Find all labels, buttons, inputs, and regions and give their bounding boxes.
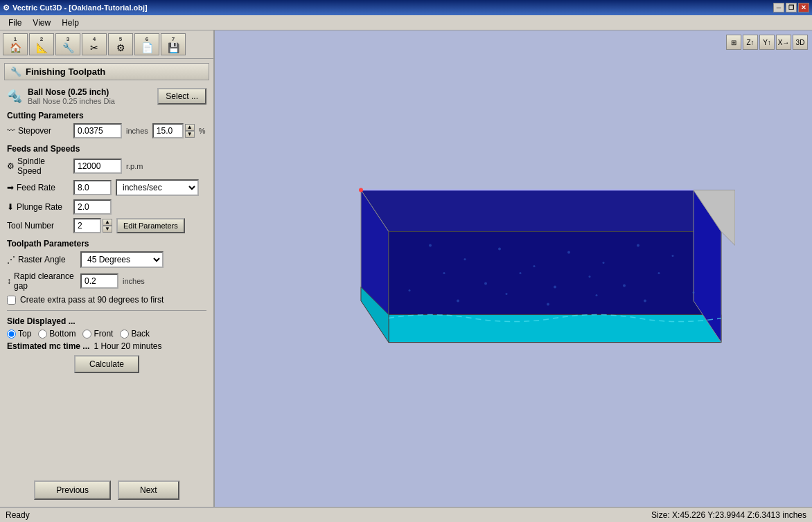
raster-label: Raster Angle — [18, 255, 66, 264]
feed-rate-icon: ➡ — [7, 183, 14, 192]
tool-number-row: Tool Number ▲ ▼ Edit Parameters — [7, 218, 206, 233]
status-right: Size: X:45.226 Y:23.9944 Z:6.3413 inches — [651, 510, 806, 520]
tool-number-down[interactable]: ▼ — [103, 226, 112, 233]
side-bottom-label: Bottom — [49, 329, 76, 339]
svg-point-6 — [429, 244, 432, 247]
rapid-clearance-input[interactable] — [80, 273, 118, 289]
side-front-item: Front — [82, 329, 113, 339]
svg-point-20 — [658, 272, 660, 274]
stepover-percent-input[interactable] — [152, 123, 184, 138]
step-1-btn[interactable]: 1🏠 — [3, 33, 28, 55]
svg-point-15 — [484, 282, 487, 285]
tool-icon: 🔩 — [7, 89, 22, 104]
rapid-clearance-row: ↕ Rapid clearance gap inches — [7, 271, 206, 291]
side-section: Side Displayed ... Top Bottom Front — [7, 316, 206, 373]
svg-point-19 — [623, 285, 626, 287]
calculate-button[interactable]: Calculate — [74, 355, 139, 373]
raster-angle-select[interactable]: 45 Degrees 0 Degrees 90 Degrees — [80, 251, 164, 268]
feed-unit-select[interactable]: inches/sec mm/sec — [116, 179, 199, 196]
view-x-btn[interactable]: X→ — [776, 35, 791, 50]
tool-number-input[interactable] — [73, 218, 101, 233]
app-icon: ⚙ — [3, 3, 10, 12]
title-bar: ⚙ Vectric Cut3D - [Oakland-Tutorial.obj]… — [0, 0, 812, 15]
view-y-btn[interactable]: Y↑ — [759, 35, 775, 50]
svg-point-8 — [498, 248, 501, 251]
stepover-value-input[interactable] — [73, 123, 122, 138]
next-button[interactable]: Next — [118, 480, 179, 500]
plunge-rate-icon: ⬇ — [7, 202, 14, 212]
side-bottom-item: Bottom — [38, 329, 76, 339]
extra-pass-row: Create extra pass at 90 degrees to first — [7, 295, 206, 305]
step-7-btn[interactable]: 7💾 — [161, 33, 186, 55]
raster-icon: ⋰ — [7, 255, 15, 264]
plunge-rate-label: Plunge Rate — [17, 202, 62, 212]
previous-button[interactable]: Previous — [34, 480, 111, 500]
svg-point-18 — [589, 276, 591, 278]
side-back-radio[interactable] — [120, 330, 129, 339]
spindle-speed-input[interactable] — [73, 159, 122, 174]
estimated-label: Estimated mc time ... — [7, 341, 89, 351]
view-3d-btn[interactable]: 3D — [793, 35, 808, 50]
feed-rate-input[interactable] — [73, 180, 112, 195]
svg-point-13 — [672, 255, 674, 257]
stepover-unit: inches — [126, 127, 148, 135]
tool-number-up[interactable]: ▲ — [103, 219, 112, 226]
restore-btn[interactable]: ❐ — [786, 3, 797, 12]
side-top-item: Top — [7, 329, 31, 339]
right-panel: ⊞ Z↑ Y↑ X→ 3D — [215, 30, 812, 507]
feed-rate-row: ➡ Feed Rate inches/sec mm/sec — [7, 179, 206, 196]
spindle-row: ⚙ Spindle Speed r.p.m — [7, 156, 206, 176]
menu-bar: File View Help — [0, 15, 812, 30]
select-tool-button[interactable]: Select ... — [157, 88, 206, 105]
extra-pass-checkbox[interactable] — [7, 296, 16, 305]
view-toolbar: ⊞ Z↑ Y↑ X→ 3D — [726, 35, 808, 50]
svg-point-24 — [547, 303, 549, 306]
nav-buttons: Previous Next — [0, 474, 213, 507]
step-6-btn[interactable]: 6📄 — [134, 33, 159, 55]
side-top-radio[interactable] — [7, 330, 16, 339]
stepover-percent-down[interactable]: ▼ — [185, 131, 195, 138]
svg-point-27 — [693, 291, 695, 294]
spindle-icon: ⚙ — [7, 161, 15, 171]
svg-point-10 — [567, 251, 570, 254]
svg-point-22 — [457, 300, 459, 303]
svg-point-21 — [409, 289, 411, 291]
minimize-btn[interactable]: ─ — [773, 3, 784, 12]
side-front-radio[interactable] — [82, 330, 91, 339]
3d-model-container — [292, 135, 735, 414]
menu-help[interactable]: Help — [56, 17, 85, 29]
section-title: Finishing Toolpath — [26, 66, 105, 77]
close-btn[interactable]: ✕ — [798, 3, 809, 12]
rapid-clearance-icon: ↕ — [7, 276, 11, 286]
side-back-item: Back — [120, 329, 150, 339]
svg-point-11 — [603, 262, 605, 264]
svg-point-17 — [554, 286, 556, 289]
menu-file[interactable]: File — [3, 17, 27, 29]
svg-point-9 — [533, 265, 536, 267]
step-3-btn[interactable]: 3🔧 — [55, 33, 80, 55]
menu-view[interactable]: View — [27, 17, 56, 29]
side-back-label: Back — [131, 329, 150, 339]
view-fit-btn[interactable]: ⊞ — [726, 35, 741, 50]
edit-params-button[interactable]: Edit Parameters — [116, 218, 185, 233]
tool-name: Ball Nose (0.25 inch) — [28, 87, 152, 97]
svg-point-7 — [464, 258, 466, 260]
side-front-label: Front — [94, 329, 113, 339]
view-z-btn[interactable]: Z↑ — [743, 35, 758, 50]
side-bottom-radio[interactable] — [38, 330, 47, 339]
step-5-btn[interactable]: 5⚙ — [108, 33, 133, 55]
section-icon: 🔧 — [10, 66, 21, 77]
plunge-rate-input[interactable] — [73, 199, 112, 215]
status-bar: Ready Size: X:45.226 Y:23.9944 Z:6.3413 … — [0, 507, 812, 522]
side-radio-row: Top Bottom Front Back — [7, 329, 206, 339]
stepover-percent-up[interactable]: ▲ — [185, 124, 195, 131]
percent-sign: % — [199, 127, 206, 135]
step-2-btn[interactable]: 2📐 — [29, 33, 54, 55]
estimated-value: 1 Hour 20 minutes — [94, 341, 161, 351]
svg-point-14 — [443, 272, 445, 274]
window-title: Vectric Cut3D - [Oakland-Tutorial.obj] — [12, 3, 148, 12]
step-4-btn[interactable]: 4✂ — [82, 33, 107, 55]
section-header: 🔧 Finishing Toolpath — [4, 63, 209, 80]
side-top-label: Top — [18, 329, 31, 339]
spindle-unit: r.p.m — [126, 162, 143, 170]
